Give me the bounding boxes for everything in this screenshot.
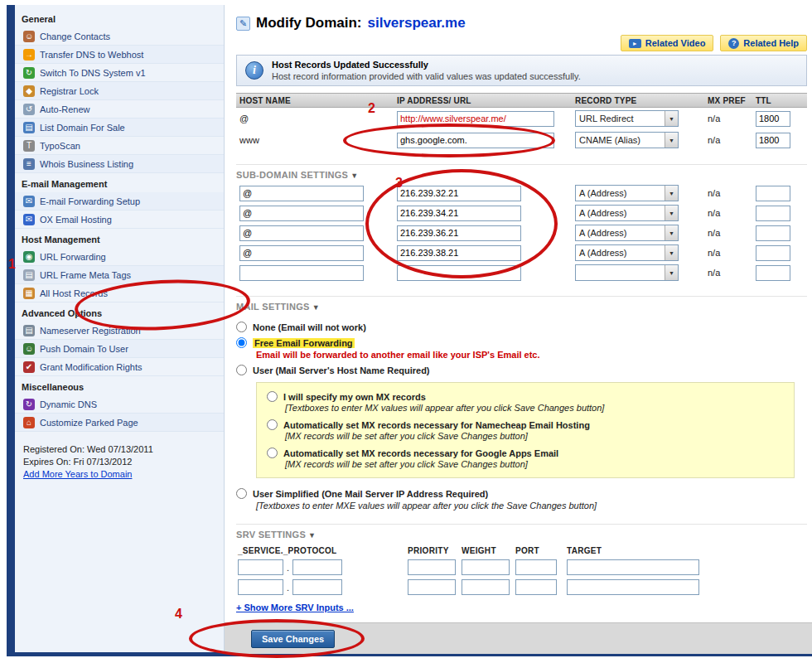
subdomain-ip-input[interactable] <box>397 245 521 261</box>
subdomain-row: A (Address)▼ n/a <box>236 203 807 223</box>
srv-protocol-input[interactable] <box>292 559 342 575</box>
add-more-years-link[interactable]: Add More Years to Domain <box>23 469 132 479</box>
mx-option: Automatically set MX records necessary f… <box>267 448 784 469</box>
sidebar-item-whois-listing[interactable]: ≡Whois Business Listing <box>15 155 224 173</box>
subdomain-host-input[interactable] <box>239 265 364 281</box>
notice-message: Host record information provided with va… <box>272 71 581 81</box>
subdomain-ip-input[interactable] <box>397 265 521 281</box>
registered-on-text: Registered On: Wed 07/13/2011 <box>23 443 215 456</box>
mx-options-box: I will specify my own MX records [Textbo… <box>256 382 795 478</box>
sidebar-item-switch-dns[interactable]: ↻Switch To DNS System v1 <box>15 64 224 82</box>
record-type-select[interactable]: A (Address)▼ <box>575 185 679 201</box>
record-type-select[interactable]: A (Address)▼ <box>575 205 679 221</box>
sidebar-item-push-domain[interactable]: ☺Push Domain To User <box>15 340 224 358</box>
sidebar-item-auto-renew[interactable]: ↺Auto-Renew <box>15 100 224 119</box>
mx-google-radio[interactable] <box>267 448 278 458</box>
srv-priority-input[interactable] <box>408 559 456 575</box>
sidebar-item-typoscan[interactable]: TTypoScan <box>15 137 224 155</box>
related-help-button[interactable]: ?Related Help <box>720 35 807 51</box>
mx-option-own[interactable]: I will specify my own MX records <box>267 391 784 402</box>
srv-target-input[interactable] <box>567 579 699 595</box>
sidebar-item-registrar-lock[interactable]: ◆Registrar Lock <box>15 82 224 100</box>
ip-url-input[interactable] <box>397 133 554 148</box>
subdomain-settings-title[interactable]: SUB-DOMAIN SETTINGS▼ <box>236 164 807 180</box>
show-more-srv-link[interactable]: + Show More SRV Inputs ... <box>236 603 354 612</box>
sidebar-item-change-contacts[interactable]: ☺Change Contacts <box>15 27 224 46</box>
sidebar-item-email-forwarding[interactable]: ✉E-mail Forwarding Setup <box>15 192 224 211</box>
srv-priority-input[interactable] <box>408 579 456 595</box>
srv-port-input[interactable] <box>515 559 557 575</box>
subdomain-host-input[interactable] <box>239 225 364 241</box>
ttl-input[interactable] <box>756 225 790 241</box>
srv-port-input[interactable] <box>515 579 557 595</box>
subdomain-ip-input[interactable] <box>397 186 521 201</box>
registrar-lock-icon: ◆ <box>23 85 35 97</box>
mail-option-simplified[interactable]: User Simplified (One Mail Server IP Addr… <box>236 488 807 499</box>
sidebar-item-dynamic-dns[interactable]: ↻Dynamic DNS <box>15 395 224 414</box>
record-type-select[interactable]: A (Address)▼ <box>575 225 679 241</box>
subdomain-rows: A (Address)▼ n/a A (Address)▼ n/a A (Add… <box>236 183 807 283</box>
ttl-input[interactable] <box>756 111 790 127</box>
mail-simplified-radio[interactable] <box>236 488 247 499</box>
mail-option-forwarding[interactable]: Free Email Forwarding <box>236 337 807 348</box>
subdomain-host-input[interactable] <box>239 186 364 201</box>
subdomain-host-input[interactable] <box>239 245 364 261</box>
mail-option-user[interactable]: User (Mail Server's Host Name Required) <box>236 365 807 375</box>
mail-settings-title[interactable]: MAIL SETTINGS▼ <box>236 296 807 312</box>
subdomain-ip-input[interactable] <box>397 206 521 221</box>
info-icon: i <box>245 61 263 80</box>
related-video-button[interactable]: ►Related Video <box>621 35 714 51</box>
mx-own-radio[interactable] <box>267 391 278 402</box>
subdomain-host-input[interactable] <box>239 206 364 221</box>
srv-protocol-input[interactable] <box>292 579 342 595</box>
mail-user-radio[interactable] <box>236 365 247 375</box>
collapse-arrow-icon: ▼ <box>350 172 358 180</box>
sidebar-item-ox-email[interactable]: ✉OX Email Hosting <box>15 211 224 229</box>
col-service-protocol: _SERVICE._PROTOCOL <box>238 546 408 555</box>
srv-target-input[interactable] <box>567 559 699 575</box>
record-type-select[interactable]: A (Address)▼ <box>575 244 679 261</box>
mail-settings-label: MAIL SETTINGS <box>236 302 310 312</box>
ip-url-input[interactable] <box>397 111 554 127</box>
sidebar-item-parked-page[interactable]: ⌂Customize Parked Page <box>15 414 224 432</box>
ttl-input[interactable] <box>756 265 790 281</box>
sidebar-item-label: Registrar Lock <box>40 86 99 96</box>
ttl-input[interactable] <box>756 245 790 261</box>
ttl-input[interactable] <box>756 133 790 148</box>
sidebar-item-url-forwarding[interactable]: ◉URL Forwarding <box>15 248 224 266</box>
sidebar-item-list-domain[interactable]: ▤List Domain For Sale <box>15 119 224 137</box>
mail-option-none[interactable]: None (Email will not work) <box>236 322 807 332</box>
ttl-input[interactable] <box>756 186 790 201</box>
sidebar-item-label: Nameserver Registration <box>40 326 141 336</box>
mx-pref-text: n/a <box>708 268 756 278</box>
mx-option-google[interactable]: Automatically set MX records necessary f… <box>267 448 784 458</box>
success-notice: i Host Records Updated Successfully Host… <box>236 55 807 86</box>
sidebar-item-transfer-dns[interactable]: →Transfer DNS to Webhost <box>15 46 224 64</box>
sidebar-item-url-frame[interactable]: ▤URL Frame Meta Tags <box>15 266 224 284</box>
subdomain-ip-input[interactable] <box>397 225 521 241</box>
record-type-select[interactable]: URL Redirect▼ <box>575 110 679 127</box>
sidebar-item-grant-rights[interactable]: ✔Grant Modification Rights <box>15 358 224 376</box>
mail-forwarding-radio[interactable] <box>236 337 247 348</box>
sidebar-item-all-host-records[interactable]: ▦All Host Records <box>15 284 224 302</box>
col-mx-pref: MX PREF <box>708 96 756 105</box>
mx-option-namecheap[interactable]: Automatically set MX records necessary f… <box>267 419 784 430</box>
record-type-select[interactable]: ▼ <box>575 264 679 281</box>
srv-settings-title[interactable]: SRV SETTINGS▼ <box>236 524 807 540</box>
mail-none-radio[interactable] <box>236 322 247 332</box>
save-changes-button[interactable]: Save Changes <box>251 630 335 648</box>
collapse-arrow-icon: ▼ <box>312 303 320 312</box>
record-type-select[interactable]: CNAME (Alias)▼ <box>575 132 679 148</box>
sidebar-item-nameserver-registration[interactable]: ▤Nameserver Registration <box>15 322 224 340</box>
srv-weight-input[interactable] <box>462 559 510 575</box>
mx-namecheap-radio[interactable] <box>267 419 278 430</box>
sidebar-section-email-management: E-mail Management <box>15 173 224 192</box>
host-name-text: @ <box>239 114 397 123</box>
record-type-value: URL Redirect <box>579 114 634 123</box>
window-left-frame <box>7 5 15 652</box>
srv-service-input[interactable] <box>238 559 283 575</box>
srv-service-input[interactable] <box>238 579 283 595</box>
ttl-input[interactable] <box>756 206 790 221</box>
srv-weight-input[interactable] <box>462 579 510 595</box>
page-title-text: Modify Domain: <box>256 15 362 31</box>
